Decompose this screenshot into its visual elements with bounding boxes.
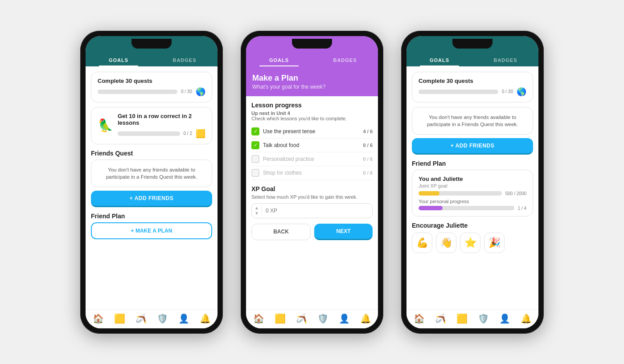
quest-progress-label-1: 0 / 30 [181, 89, 192, 94]
next-button-2[interactable]: NEXT [314, 224, 373, 240]
tab-badges-1[interactable]: BADGES [152, 53, 218, 66]
encourage-header-3: Encourage Juliette [412, 222, 533, 229]
lesson-row-1[interactable]: ✓ Talk about food 0 / 6 [251, 139, 373, 152]
bottom-nav-2: 🏠 🟨 🪃 🛡️ 👤 🔔 [246, 309, 378, 328]
friends-quest-header-1: Friends Quest [91, 150, 212, 157]
quest-progress-icon-1: 🌎 [196, 87, 205, 97]
lesson-name-0: Use the present tense [263, 128, 360, 135]
lesson-count-1: 0 / 6 [363, 143, 373, 148]
nav-bell-1[interactable]: 🔔 [200, 313, 211, 324]
streak-title-1: Get 10 in a row correct in 2 lessons [118, 113, 205, 126]
tab-badges-3[interactable]: BADGES [472, 53, 538, 66]
personal-bar-fill-3 [419, 206, 443, 210]
nav-quest-3[interactable]: 🟨 [456, 313, 468, 324]
xp-goal-title-2: XP Goal [251, 185, 373, 192]
xp-arrows-2[interactable]: ▲ ▼ [252, 204, 262, 218]
encourage-btn-2[interactable]: ⭐ [460, 233, 480, 253]
xp-arrow-down[interactable]: ▼ [255, 211, 259, 216]
add-friends-button-1[interactable]: + ADD FRIENDS [91, 191, 212, 207]
nav-profile-3[interactable]: 👤 [499, 313, 510, 324]
quest-icon-3: 🌎 [517, 87, 526, 97]
bottom-nav-1: 🏠 🟨 🪃 🛡️ 👤 🔔 [86, 309, 218, 328]
tab-goals-2[interactable]: GOALS [246, 53, 312, 66]
no-friends-box-3: You don't have any friends available to … [412, 107, 533, 135]
nav-dumbbell-1[interactable]: 🪃 [135, 313, 147, 324]
streak-card-1: 🦜 Get 10 in a row correct in 2 lessons 0… [91, 107, 212, 144]
lesson-row-3: Shop for clothes 0 / 6 [251, 166, 373, 180]
phone-3: GOALS BADGES Complete 30 quests 0 / 30 🌎… [401, 31, 544, 334]
nav-shield-2[interactable]: 🛡️ [317, 313, 328, 324]
nav-bell-2[interactable]: 🔔 [360, 313, 371, 324]
lesson-name-2: Personalized practice [263, 156, 360, 162]
nav-bell-3[interactable]: 🔔 [521, 313, 532, 324]
encourage-btn-0[interactable]: 💪 [412, 233, 432, 253]
encourage-btn-3[interactable]: 🎉 [484, 233, 505, 253]
notch-2 [292, 39, 332, 49]
nav-dumbbell-3[interactable]: 🪃 [435, 313, 446, 324]
lesson-checkbox-0[interactable]: ✓ [251, 127, 259, 135]
scroll-content-1: Complete 30 quests 0 / 30 🌎 🦜 Get 10 in … [86, 66, 218, 309]
xp-goal-sub-2: Select how much XP you'd like to gain th… [251, 194, 373, 200]
phone-2: GOALS BADGES Make a Plan What's your goa… [241, 31, 383, 334]
streak-icon-1: 🟨 [196, 129, 205, 139]
lesson-subtitle-bold-2: Up next in Unit 4 Check which lessons yo… [251, 110, 373, 121]
friend-plan-card-3: You and Juliette Joint XP goal 500 / 200… [412, 170, 533, 217]
lesson-checkbox-3 [251, 169, 259, 177]
xp-input-2[interactable] [262, 204, 372, 217]
lesson-count-2: 0 / 6 [363, 156, 373, 162]
banner-subtitle-2: What's your goal for the week? [252, 84, 372, 90]
nav-home-2[interactable]: 🏠 [253, 313, 264, 324]
phone-1: GOALS BADGES Complete 30 quests 0 / 30 🌎… [80, 31, 223, 334]
fp-name-3: You and Juliette [419, 176, 526, 182]
tab-goals-1[interactable]: GOALS [86, 53, 152, 66]
friend-plan-header-1: Friend Plan [91, 213, 212, 220]
lesson-name-3: Shop for clothes [263, 170, 360, 176]
encourage-btn-1[interactable]: 👋 [436, 233, 456, 253]
joint-bar-fill-3 [419, 191, 439, 196]
notch-3 [452, 39, 493, 49]
lesson-checkbox-2 [251, 155, 259, 163]
nav-shield-1[interactable]: 🛡️ [157, 313, 168, 324]
quest-progress-label-3: 0 / 30 [502, 89, 513, 94]
tab-goals-3[interactable]: GOALS [406, 53, 472, 66]
streak-row-1: 🦜 Get 10 in a row correct in 2 lessons 0… [98, 113, 205, 139]
scroll-content-2: Make a Plan What's your goal for the wee… [246, 66, 378, 309]
banner-title-2: Make a Plan [252, 74, 372, 83]
lesson-title-2: Lesson progress [251, 102, 373, 109]
personal-progress-3: 1 / 4 [419, 206, 526, 211]
add-friends-button-3[interactable]: + ADD FRIENDS [412, 138, 533, 155]
joint-progress-label-3: 500 / 2000 [505, 191, 526, 196]
nav-home-3[interactable]: 🏠 [414, 313, 425, 324]
nav-dumbbell-2[interactable]: 🪃 [296, 313, 307, 324]
nav-quest-2[interactable]: 🟨 [275, 313, 286, 324]
no-friends-box-1: You don't have any friends available to … [91, 160, 212, 187]
lesson-checkbox-1[interactable]: ✓ [251, 141, 259, 149]
quest-progress-1: 0 / 30 🌎 [98, 87, 205, 97]
quest-card-title-1: Complete 30 quests [98, 78, 205, 84]
personal-label-3: Your personal progress [419, 199, 526, 204]
nav-profile-2[interactable]: 👤 [339, 313, 350, 324]
nav-home-1[interactable]: 🏠 [93, 313, 104, 324]
nav-row-2: BACK NEXT [251, 224, 373, 240]
quest-card-title-3: Complete 30 quests [419, 78, 526, 84]
lesson-count-3: 0 / 6 [363, 170, 373, 176]
nav-profile-1[interactable]: 👤 [178, 313, 189, 324]
xp-arrow-up[interactable]: ▲ [255, 205, 259, 211]
back-button-2[interactable]: BACK [251, 224, 311, 240]
notch-1 [131, 39, 172, 49]
tab-badges-2[interactable]: BADGES [312, 53, 378, 66]
nav-shield-3[interactable]: 🛡️ [478, 313, 489, 324]
xp-input-wrap-2[interactable]: ▲ ▼ [251, 203, 373, 218]
quest-card-3: Complete 30 quests 0 / 30 🌎 [412, 72, 533, 102]
make-plan-button-1[interactable]: + MAKE A PLAN [91, 222, 212, 239]
nav-quest-1[interactable]: 🟨 [114, 313, 125, 324]
quest-bar-bg-3 [419, 90, 498, 94]
quest-card-1: Complete 30 quests 0 / 30 🌎 [91, 72, 212, 102]
encourage-row-3: 💪 👋 ⭐ 🎉 [412, 233, 533, 253]
lesson-row-0[interactable]: ✓ Use the present tense 4 / 6 [251, 125, 373, 139]
lesson-count-0: 4 / 6 [363, 129, 373, 134]
bottom-nav-3: 🏠 🪃 🟨 🛡️ 👤 🔔 [406, 309, 538, 328]
lesson-name-1: Talk about food [263, 142, 360, 148]
streak-progress-label-1: 0 / 2 [184, 131, 192, 136]
personal-bar-bg-3 [419, 206, 514, 210]
